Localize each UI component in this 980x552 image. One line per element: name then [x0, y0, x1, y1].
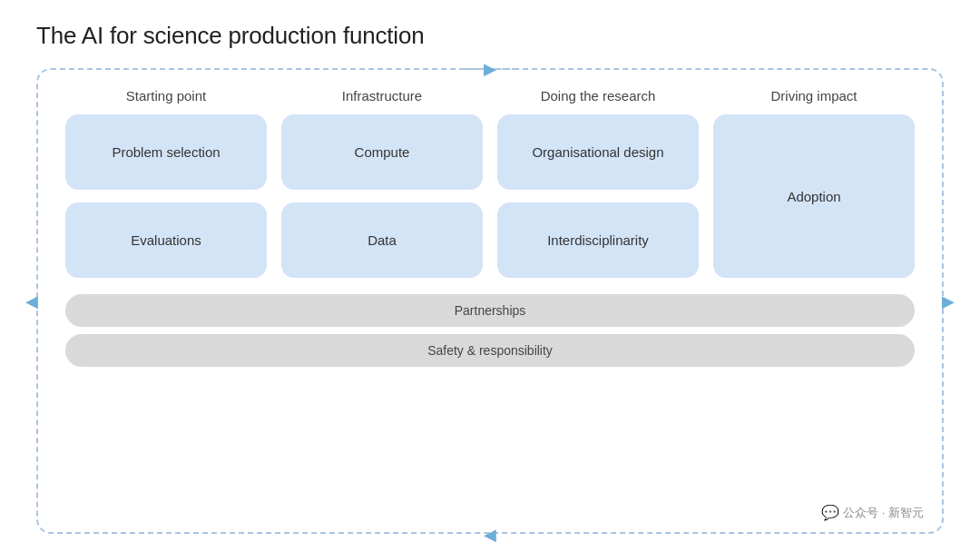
watermark-text: 公众号 · 新智元: [843, 505, 924, 521]
arrow-left-icon: ◀: [25, 293, 38, 310]
bottom-bars: Partnerships Safety & responsibility: [65, 294, 915, 367]
col-header-infrastructure: Infrastructure: [281, 88, 483, 104]
page-title: The AI for science production function: [36, 22, 944, 50]
card-interdisciplinarity: Interdisciplinarity: [497, 202, 699, 278]
card-problem-selection: Problem selection: [65, 114, 267, 190]
cards-grid: Problem selection Compute Organisational…: [65, 114, 915, 278]
diagram-container: ▶ ◀ ◀ ▶ Starting point Infrastructure Do…: [36, 68, 944, 534]
card-organisational-design: Organisational design: [497, 114, 699, 190]
watermark: 💬 公众号 · 新智元: [821, 504, 924, 521]
arrow-top-icon: ▶: [484, 61, 496, 77]
bar-safety: Safety & responsibility: [65, 334, 915, 367]
col-header-doing-research: Doing the research: [497, 88, 699, 104]
columns-header: Starting point Infrastructure Doing the …: [65, 88, 915, 104]
arrow-right-icon: ▶: [942, 293, 955, 310]
arrow-bottom-icon: ◀: [484, 527, 496, 543]
card-evaluations: Evaluations: [65, 202, 267, 278]
watermark-icon: 💬: [821, 504, 839, 521]
bar-partnerships: Partnerships: [65, 294, 915, 327]
card-data: Data: [281, 202, 483, 278]
col-header-driving-impact: Driving impact: [713, 88, 915, 104]
col-header-starting-point: Starting point: [65, 88, 267, 104]
card-compute: Compute: [281, 114, 483, 190]
card-adoption: Adoption: [713, 114, 915, 278]
